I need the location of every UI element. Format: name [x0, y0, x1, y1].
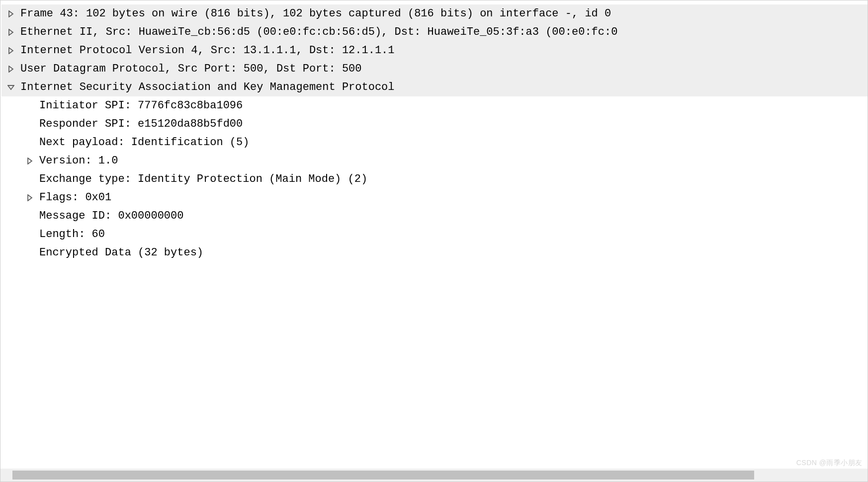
tree-leaf-spacer [20, 118, 39, 131]
tree-row[interactable]: Responder SPI: e15120da88b5fd00 [1, 115, 868, 133]
tree-row[interactable]: Version: 1.0 [1, 152, 868, 170]
horizontal-scrollbar[interactable] [0, 469, 868, 482]
tree-leaf-spacer [20, 136, 39, 149]
watermark-text: CSDN @雨季小朋友 [796, 459, 863, 468]
chevron-right-icon[interactable] [23, 155, 36, 167]
tree-row[interactable]: Message ID: 0x00000000 [1, 207, 868, 225]
tree-row-text: Flags: 0x01 [39, 189, 111, 207]
tree-row[interactable]: User Datagram Protocol, Src Port: 500, D… [1, 60, 868, 78]
tree-row-text: Frame 43: 102 bytes on wire (816 bits), … [20, 5, 611, 23]
chevron-right-icon[interactable] [4, 7, 17, 20]
scrollbar-thumb[interactable] [12, 471, 754, 480]
tree-row[interactable]: Internet Protocol Version 4, Src: 13.1.1… [1, 41, 868, 60]
tree-row-text: Exchange type: Identity Protection (Main… [39, 170, 367, 188]
tree-row-text: Responder SPI: e15120da88b5fd00 [39, 115, 243, 133]
chevron-right-icon[interactable] [4, 26, 17, 39]
tree-leaf-spacer [20, 228, 39, 241]
tree-row[interactable]: Initiator SPI: 7776fc83c8ba1096 [1, 96, 868, 115]
tree-row[interactable]: Flags: 0x01 [1, 188, 868, 207]
tree-row[interactable]: Next payload: Identification (5) [1, 133, 868, 152]
tree-row-text: Encrypted Data (32 bytes) [39, 244, 203, 262]
tree-row-text: Message ID: 0x00000000 [39, 207, 183, 225]
tree-row-text: Internet Protocol Version 4, Src: 13.1.1… [20, 42, 395, 60]
tree-row[interactable]: Frame 43: 102 bytes on wire (816 bits), … [1, 4, 868, 23]
tree-leaf-spacer [20, 246, 39, 259]
tree-row[interactable]: Internet Security Association and Key Ma… [1, 78, 868, 96]
packet-details-tree[interactable]: Frame 43: 102 bytes on wire (816 bits), … [0, 0, 868, 468]
tree-row-text: Ethernet II, Src: HuaweiTe_cb:56:d5 (00:… [20, 23, 617, 41]
tree-row-text: Length: 60 [39, 226, 105, 243]
chevron-down-icon[interactable] [4, 81, 17, 94]
tree-row-text: Internet Security Association and Key Ma… [20, 79, 395, 96]
tree-leaf-spacer [20, 173, 39, 186]
tree-row[interactable]: Length: 60 [1, 225, 868, 243]
tree-row-text: Version: 1.0 [39, 152, 118, 170]
tree-row-text: Initiator SPI: 7776fc83c8ba1096 [39, 97, 243, 115]
chevron-right-icon[interactable] [4, 63, 17, 76]
chevron-right-icon[interactable] [4, 44, 17, 57]
tree-leaf-spacer [20, 210, 39, 223]
chevron-right-icon[interactable] [23, 191, 36, 204]
scrollbar-track[interactable] [12, 471, 856, 480]
tree-row-text: Next payload: Identification (5) [39, 134, 249, 152]
tree-row-text: User Datagram Protocol, Src Port: 500, D… [20, 60, 362, 78]
tree-row[interactable]: Ethernet II, Src: HuaweiTe_cb:56:d5 (00:… [1, 23, 868, 41]
tree-leaf-spacer [20, 99, 39, 112]
tree-row[interactable]: Encrypted Data (32 bytes) [1, 243, 868, 262]
tree-row[interactable]: Exchange type: Identity Protection (Main… [1, 170, 868, 188]
